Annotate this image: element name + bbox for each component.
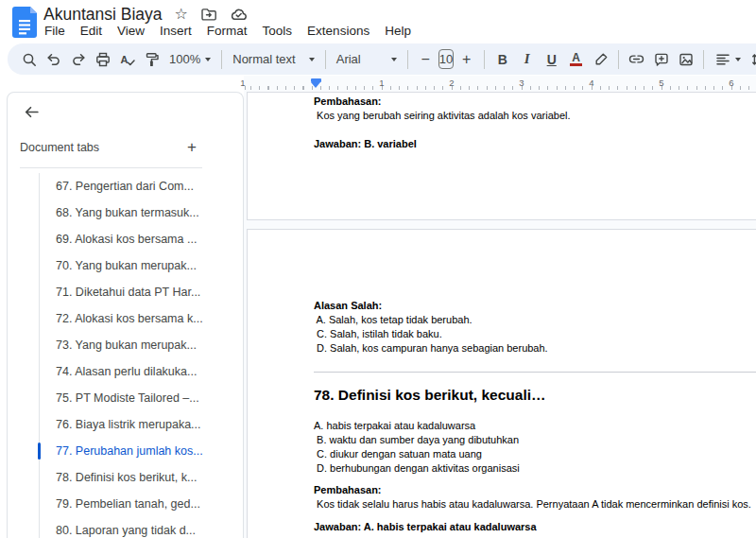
- question-heading[interactable]: 78. Definisi kos berikut, kecuali…: [314, 385, 756, 405]
- menu-extensions[interactable]: Extensions: [300, 22, 377, 40]
- align-left-icon: [714, 51, 731, 68]
- menu-edit[interactable]: Edit: [73, 22, 110, 40]
- document-canvas: 1 1 2 3 4 5 6 Pembahasan: Kos yang berub…: [244, 76, 756, 538]
- paragraph[interactable]: Alasan Salah:: [314, 299, 756, 313]
- cloud-saved-icon[interactable]: [230, 6, 248, 24]
- paragraph[interactable]: C. Salah, istilah tidak baku.: [314, 327, 756, 341]
- insert-image-button[interactable]: [674, 47, 697, 72]
- sidebar-item-75[interactable]: 75. PT Modiste Tailored –...: [8, 385, 243, 411]
- menu-bar: File Edit View Insert Format Tools Exten…: [37, 22, 419, 40]
- star-icon[interactable]: ☆: [175, 7, 188, 22]
- sidebar-item-78[interactable]: 78. Definisi kos berikut, k...: [8, 464, 243, 491]
- toolbar-divider: [325, 50, 326, 69]
- toolbar-divider: [407, 50, 408, 69]
- line-spacing-button[interactable]: [747, 47, 756, 72]
- back-arrow-icon: [23, 103, 41, 121]
- paragraph[interactable]: A. Salah, kos tetap tidak berubah.: [314, 313, 756, 327]
- sidebar-item-73[interactable]: 73. Yang bukan merupak...: [8, 332, 243, 358]
- align-button[interactable]: [710, 47, 746, 72]
- document-page-2[interactable]: Alasan Salah: A. Salah, kos tetap tidak …: [247, 229, 756, 538]
- toolbar-divider: [221, 50, 222, 69]
- sidebar-item-74[interactable]: 74. Alasan perlu dilakuka...: [8, 358, 243, 385]
- indent-marker[interactable]: [311, 78, 321, 88]
- tab-list: 67. Pengertian dari Com... 68. Yang buka…: [8, 173, 243, 538]
- ruler-number: 4: [587, 78, 596, 88]
- paragraph[interactable]: Jawaban: B. variabel: [314, 137, 756, 151]
- sidebar-item-79[interactable]: 79. Pembelian tanah, ged...: [8, 491, 243, 517]
- paragraph[interactable]: Jawaban: A. habis terpakai atau kadaluwa…: [314, 520, 756, 534]
- toolbar: A 100% Normal text Arial − 10 +: [8, 43, 756, 75]
- paragraph[interactable]: C. diukur dengan satuan mata uang: [314, 447, 756, 461]
- document-tabs-panel: Document tabs + 67. Pengertian dari Com.…: [7, 92, 244, 538]
- toolbar-divider: [484, 50, 485, 69]
- print-button[interactable]: [91, 47, 114, 72]
- paragraph-style-select[interactable]: Normal text: [228, 47, 318, 72]
- divider: [20, 167, 202, 168]
- paragraph[interactable]: Pembahasan:: [314, 95, 756, 109]
- search-menus-button[interactable]: [17, 47, 41, 72]
- docs-logo-icon[interactable]: [12, 7, 37, 38]
- paint-format-button[interactable]: [140, 47, 163, 72]
- redo-button[interactable]: [66, 47, 90, 72]
- underline-button[interactable]: U: [540, 47, 563, 72]
- ruler-number: 2: [447, 78, 456, 88]
- ruler-number: 1: [238, 78, 248, 88]
- insert-link-button[interactable]: [625, 47, 648, 72]
- titlebar: Akuntansi Biaya ☆ File Edit View Insert …: [0, 0, 756, 43]
- ruler-number: 1: [377, 78, 387, 88]
- paragraph[interactable]: Kos tidak selalu harus habis atau kadalu…: [314, 497, 756, 512]
- add-tab-button[interactable]: +: [181, 137, 202, 158]
- chevron-down-icon: [309, 58, 315, 61]
- move-folder-icon[interactable]: [200, 6, 217, 23]
- undo-button[interactable]: [42, 47, 65, 72]
- text-color-button[interactable]: A: [564, 47, 588, 72]
- sidebar-item-72[interactable]: 72. Alokasi kos bersama k...: [8, 305, 243, 332]
- menu-help[interactable]: Help: [377, 22, 419, 40]
- add-comment-button[interactable]: [649, 47, 673, 72]
- horizontal-rule: [314, 372, 756, 373]
- toolbar-divider: [618, 50, 619, 69]
- italic-button[interactable]: I: [515, 47, 539, 72]
- tabs-header: Document tabs +: [20, 138, 202, 157]
- font-size-input[interactable]: 10: [438, 49, 454, 69]
- sidebar-item-77-active[interactable]: 77. Perubahan jumlah kos...: [8, 438, 243, 464]
- menu-view[interactable]: View: [110, 22, 152, 40]
- sidebar-item-70[interactable]: 70. Yang bukan merupak...: [8, 252, 243, 279]
- font-family-select[interactable]: Arial: [332, 47, 402, 72]
- increase-font-size-button[interactable]: +: [455, 47, 478, 72]
- decrease-font-size-button[interactable]: −: [414, 47, 438, 72]
- toolbar-divider: [703, 50, 704, 69]
- sidebar-item-80[interactable]: 80. Laporan yang tidak d...: [8, 517, 243, 538]
- horizontal-ruler[interactable]: 1 1 2 3 4 5 6: [244, 78, 756, 91]
- sidebar-item-67[interactable]: 67. Pengertian dari Com...: [8, 173, 243, 200]
- menu-file[interactable]: File: [37, 22, 73, 40]
- spellcheck-button[interactable]: A: [115, 47, 139, 72]
- menu-format[interactable]: Format: [199, 22, 255, 40]
- text-color-bar: [570, 63, 582, 66]
- back-arrow-button[interactable]: [19, 99, 43, 124]
- sidebar-item-76[interactable]: 76. Biaya listrik merupaka...: [8, 411, 243, 438]
- chevron-down-icon: [735, 58, 741, 61]
- google-docs-app: Akuntansi Biaya ☆ File Edit View Insert …: [0, 0, 756, 538]
- menu-tools[interactable]: Tools: [255, 22, 301, 40]
- ruler-number: 3: [517, 78, 526, 88]
- paragraph[interactable]: A. habis terpakai atau kadaluwarsa: [314, 419, 756, 433]
- highlight-button[interactable]: [589, 47, 612, 72]
- sidebar-item-71[interactable]: 71. Diketahui data PT Har...: [8, 279, 243, 305]
- zoom-select[interactable]: 100%: [164, 47, 215, 72]
- sidebar-item-68[interactable]: 68. Yang bukan termasuk...: [8, 200, 243, 226]
- blank-line: [314, 405, 756, 419]
- paragraph[interactable]: Kos yang berubah seiring aktivitas adala…: [314, 109, 756, 123]
- font-family-value: Arial: [336, 52, 361, 66]
- paragraph[interactable]: B. waktu dan sumber daya yang dibutuhkan: [314, 433, 756, 447]
- paragraph[interactable]: Pembahasan:: [314, 483, 756, 497]
- blank-line: [314, 476, 756, 483]
- paragraph[interactable]: D. Salah, kos campuran hanya sebagian be…: [314, 341, 756, 356]
- paragraph[interactable]: D. berhubungan dengan aktivitas organisa…: [314, 461, 756, 476]
- blank-line: [314, 512, 756, 520]
- left-indent-marker[interactable]: [311, 82, 320, 88]
- bold-button[interactable]: B: [490, 47, 514, 72]
- sidebar-item-69[interactable]: 69. Alokasi kos bersama ...: [8, 226, 243, 252]
- menu-insert[interactable]: Insert: [152, 22, 199, 40]
- document-page-1[interactable]: Pembahasan: Kos yang berubah seiring akt…: [247, 92, 756, 220]
